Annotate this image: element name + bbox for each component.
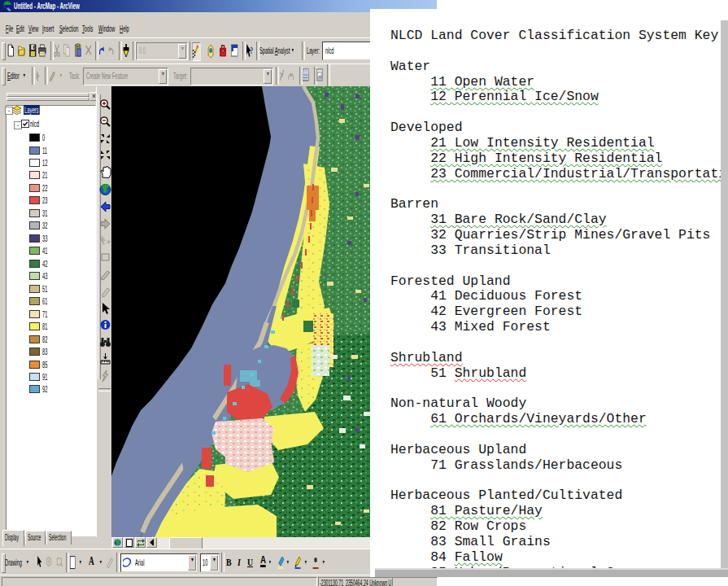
svg-text:?: ? [250,45,253,55]
